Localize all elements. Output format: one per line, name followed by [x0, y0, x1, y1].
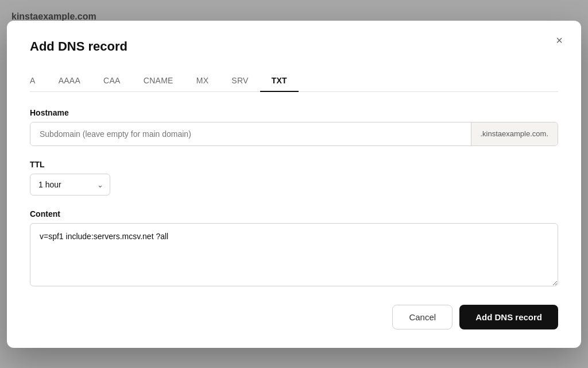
add-dns-record-button[interactable]: Add DNS record: [459, 305, 558, 329]
content-textarea[interactable]: v=spf1 include:servers.mcsv.net ?all: [30, 223, 558, 286]
cancel-button[interactable]: Cancel: [392, 305, 452, 329]
tab-aaaa[interactable]: AAAA: [47, 70, 92, 92]
content-section: Content v=spf1 include:servers.mcsv.net …: [30, 209, 558, 289]
hostname-label: Hostname: [30, 108, 558, 117]
ttl-label: TTL: [30, 160, 558, 169]
tab-txt[interactable]: TXT: [260, 70, 299, 92]
tab-caa[interactable]: CAA: [92, 70, 132, 92]
content-label: Content: [30, 209, 558, 218]
tab-srv[interactable]: SRV: [220, 70, 260, 92]
dns-record-type-tabs: A AAAA CAA CNAME MX SRV TXT: [30, 70, 558, 92]
close-button[interactable]: ×: [551, 32, 567, 48]
tab-cname[interactable]: CNAME: [132, 70, 185, 92]
tab-a[interactable]: A: [30, 70, 47, 92]
modal-footer: Cancel Add DNS record: [30, 305, 558, 329]
ttl-select-wrapper: 1 minute 5 minutes 30 minutes 1 hour 4 h…: [30, 174, 110, 195]
modal-title: Add DNS record: [30, 39, 558, 54]
hostname-input-group: .kinstaexample.com.: [30, 122, 558, 146]
hostname-input[interactable]: [30, 122, 471, 145]
hostname-section: Hostname .kinstaexample.com.: [30, 108, 558, 146]
tab-mx[interactable]: MX: [185, 70, 220, 92]
hostname-suffix: .kinstaexample.com.: [471, 122, 558, 145]
ttl-section: TTL 1 minute 5 minutes 30 minutes 1 hour…: [30, 160, 558, 195]
ttl-select[interactable]: 1 minute 5 minutes 30 minutes 1 hour 4 h…: [30, 174, 110, 195]
add-dns-modal: Add DNS record × A AAAA CAA CNAME MX SRV…: [7, 21, 581, 348]
